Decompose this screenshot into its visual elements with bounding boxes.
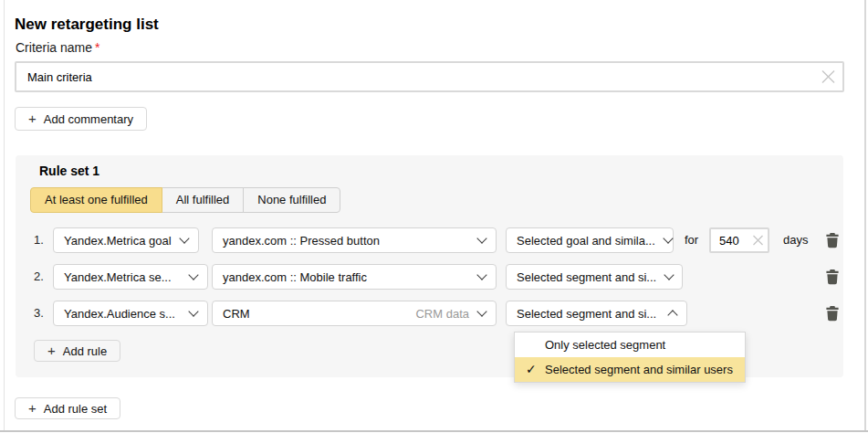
menu-item-label: Selected segment and similar users [545, 363, 733, 376]
for-label: for [685, 227, 698, 253]
clear-input-icon[interactable] [821, 69, 836, 85]
criteria-name-input[interactable] [15, 61, 844, 92]
plus-icon: + [47, 343, 56, 358]
trash-icon [825, 305, 840, 322]
menu-item-selected-segment-and-similar[interactable]: ✓ Selected segment and similar users [515, 357, 745, 382]
rule-2-audience-select[interactable]: Selected segment and si... [506, 264, 683, 290]
delete-rule-1-button[interactable] [822, 227, 842, 253]
match-condition-tabs: At least one fulfilled All fulfilled Non… [30, 187, 340, 213]
add-rule-button[interactable]: + Add rule [34, 340, 120, 362]
rule-row-3: 3. Yandex.Audience s... CRM CRM data Sel… [16, 301, 843, 326]
rule-number: 1. [34, 227, 44, 253]
tab-none-fulfilled[interactable]: None fulfilled [243, 187, 340, 213]
plus-icon: + [28, 400, 37, 416]
chevron-down-icon [476, 233, 486, 243]
rule-3-audience-value: Selected segment and si... [517, 307, 660, 321]
audience-dropdown-menu: Only selected segment ✓ Selected segment… [514, 332, 746, 383]
rule-row-2: 2. Yandex.Metrica se... yandex.com :: Mo… [16, 264, 843, 290]
rule-2-source-value: Yandex.Metrica se... [64, 270, 181, 284]
chevron-down-icon [476, 306, 486, 316]
rule-1-source-value: Yandex.Metrica goal [64, 234, 172, 248]
add-commentary-label: Add commentary [44, 112, 133, 126]
rule-1-condition-value: yandex.com :: Pressed button [223, 234, 469, 248]
rule-3-source-value: Yandex.Audience s... [64, 307, 181, 321]
chevron-up-icon [667, 310, 677, 320]
criteria-name-field [15, 61, 844, 92]
rule-number: 2. [34, 264, 44, 290]
required-asterisk: * [95, 40, 99, 55]
trash-icon [825, 269, 840, 285]
plus-icon: + [28, 111, 37, 126]
rule-1-condition-select[interactable]: yandex.com :: Pressed button [212, 227, 497, 253]
page-right-border [864, 0, 866, 430]
rule-row-1: 1. Yandex.Metrica goal yandex.com :: Pre… [16, 227, 843, 253]
add-rule-set-label: Add rule set [44, 402, 107, 416]
rule-3-condition-type: CRM data [415, 307, 469, 321]
add-commentary-button[interactable]: + Add commentary [15, 107, 147, 131]
page-bottom-border [0, 430, 868, 432]
rule-1-audience-value: Selected goal and simila... [517, 234, 655, 248]
rule-3-condition-select[interactable]: CRM CRM data [212, 301, 497, 326]
rule-3-source-select[interactable]: Yandex.Audience s... [53, 301, 208, 326]
rule-3-audience-select[interactable]: Selected segment and si... [506, 301, 687, 326]
rule-2-condition-value: yandex.com :: Mobile traffic [223, 270, 469, 284]
rule-number: 3. [34, 301, 44, 326]
rule-1-audience-select[interactable]: Selected goal and simila... [506, 227, 674, 253]
chevron-down-icon [476, 269, 486, 280]
tab-at-least-one-fulfilled[interactable]: At least one fulfilled [30, 187, 162, 213]
rule-2-condition-select[interactable]: yandex.com :: Mobile traffic [212, 264, 497, 290]
chevron-down-icon [188, 269, 198, 280]
clear-days-icon[interactable] [752, 235, 764, 247]
delete-rule-3-button[interactable] [822, 301, 842, 326]
criteria-name-label-text: Criteria name [16, 40, 92, 55]
chevron-down-icon [663, 233, 673, 243]
checkmark-icon: ✓ [526, 357, 537, 382]
trash-icon [825, 232, 840, 248]
tab-all-fulfilled[interactable]: All fulfilled [162, 187, 245, 213]
menu-item-only-selected-segment[interactable]: Only selected segment [515, 333, 745, 357]
days-field [709, 227, 769, 253]
page-title: New retargeting list [15, 16, 159, 34]
criteria-name-label: Criteria name* [16, 40, 99, 55]
rule-2-source-select[interactable]: Yandex.Metrica se... [53, 264, 208, 290]
add-rule-label: Add rule [63, 344, 107, 358]
chevron-down-icon [188, 306, 198, 316]
days-label: days [783, 227, 808, 253]
rule-2-audience-value: Selected segment and si... [517, 270, 656, 284]
chevron-down-icon [664, 269, 675, 280]
chevron-down-icon [179, 233, 189, 243]
add-rule-set-button[interactable]: + Add rule set [15, 397, 120, 419]
rule-3-condition-value: CRM [223, 307, 415, 321]
page-left-border [4, 0, 5, 430]
rule-1-source-select[interactable]: Yandex.Metrica goal [53, 227, 199, 253]
rule-set-title: Rule set 1 [39, 164, 99, 178]
delete-rule-2-button[interactable] [822, 264, 842, 290]
